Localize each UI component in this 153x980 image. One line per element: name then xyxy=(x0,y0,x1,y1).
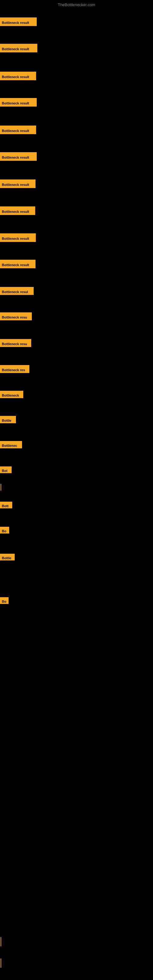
bottleneck-badge-18: Bot xyxy=(0,466,12,473)
bottleneck-badge-5: Bottleneck result xyxy=(0,126,36,134)
bottleneck-badge-1: Bottleneck result xyxy=(0,18,37,26)
bottleneck-badge-12: Bottleneck resu xyxy=(0,312,32,320)
bottleneck-badge-15: Bottleneck xyxy=(0,391,23,398)
vertical-line-1 xyxy=(1,484,1,491)
bottleneck-badge-9: Bottleneck result xyxy=(0,233,36,242)
bottleneck-badge-22: Bo xyxy=(0,597,9,604)
site-title: TheBottlenecker.com xyxy=(0,2,153,7)
bottleneck-badge-8: Bottleneck result xyxy=(0,207,35,215)
vertical-line-2 xyxy=(1,937,1,946)
bottleneck-badge-16: Bottle xyxy=(0,416,16,423)
bottleneck-badge-6: Bottleneck result xyxy=(0,152,37,161)
bottleneck-badge-13: Bottleneck resu xyxy=(0,339,31,347)
bottleneck-badge-10: Bottleneck result xyxy=(0,260,35,268)
bottleneck-badge-21: Bottle xyxy=(0,554,15,560)
bottleneck-badge-7: Bottleneck result xyxy=(0,180,35,188)
bottleneck-badge-19: Bott xyxy=(0,502,12,508)
bottleneck-badge-4: Bottleneck result xyxy=(0,98,37,107)
bottleneck-badge-14: Bottleneck res xyxy=(0,365,29,373)
bottleneck-badge-3: Bottleneck result xyxy=(0,72,36,80)
bottleneck-badge-20: Bo xyxy=(0,527,9,533)
bottleneck-badge-17: Bottlenec xyxy=(0,441,22,449)
bottleneck-badge-11: Bottleneck resul xyxy=(0,287,33,295)
bottleneck-badge-2: Bottleneck result xyxy=(0,44,37,52)
vertical-line-3 xyxy=(1,959,1,968)
